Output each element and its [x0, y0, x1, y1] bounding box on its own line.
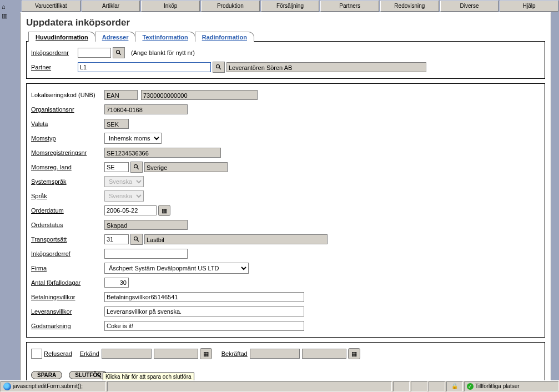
erkand-calendar-icon[interactable]: ▦ [200, 348, 212, 359]
valuta-value: SEK [104, 119, 129, 129]
menu-item[interactable]: Hjälp [500, 1, 558, 12]
check-icon: ✓ [467, 383, 474, 390]
menu-item[interactable]: Försäljning [261, 1, 320, 12]
partner-code-input[interactable] [78, 62, 211, 72]
momsland-code-input[interactable] [104, 162, 129, 172]
ordernr-label: Inköpsordernr [31, 49, 78, 56]
ordernr-lookup[interactable] [113, 47, 125, 58]
godsmark-input[interactable] [104, 321, 304, 331]
ordernr-hint: (Ange blankt för nytt nr) [131, 49, 195, 56]
detail-panel: Lokaliseringskod (UNB) EAN 7300000000000… [26, 83, 545, 338]
levvillkor-label: Leveransvillkor [31, 308, 104, 315]
ordernr-input[interactable] [78, 48, 111, 58]
svg-point-4 [134, 165, 138, 168]
levvillkor-input[interactable] [104, 306, 304, 316]
loc-label: Lokaliseringskod (UNB) [31, 92, 104, 98]
momsreg-label: Momsregistreringsnr [31, 149, 104, 156]
svg-line-5 [137, 168, 139, 169]
header-panel: Inköpsordernr (Ange blankt för nytt nr) … [26, 41, 545, 79]
lock-icon: 🔒 [451, 383, 458, 389]
tab-huvudinformation[interactable]: Huvudinformation [28, 32, 95, 42]
svg-line-1 [119, 53, 121, 55]
menu-item[interactable]: Diverse [440, 1, 499, 12]
transport-name: Lastbil [144, 234, 328, 244]
bekraftad-calendar-icon[interactable]: ▦ [348, 348, 360, 359]
org-value: 710604-0168 [104, 104, 188, 114]
calendar-icon[interactable]: ▦ [158, 205, 170, 216]
orderref-input[interactable] [104, 249, 188, 259]
momsland-name: Sverige [144, 162, 228, 172]
bekraftad-time [302, 349, 346, 359]
menu-item[interactable]: Redovisning [380, 1, 439, 12]
status-bar: javascript:editForm.submit(); 🔒 ✓Tillför… [0, 380, 559, 392]
svg-point-6 [134, 237, 138, 240]
menu-item[interactable]: Varucertifikat [22, 1, 80, 12]
loc-code: 7300000000000 [141, 90, 258, 100]
partner-label: Partner [31, 64, 78, 71]
bekraftad-label: Bekräftad [221, 350, 248, 357]
betvillkor-input[interactable] [104, 292, 304, 302]
erkand-label: Erkänd [80, 350, 99, 357]
orderdatum-label: Orderdatum [31, 207, 104, 214]
sprak-label: Språk [31, 193, 104, 199]
transport-code-input[interactable] [104, 234, 129, 244]
home-icon[interactable]: ⌂ [2, 3, 6, 10]
svg-line-3 [219, 68, 221, 69]
menu-item[interactable]: Artiklar [82, 1, 140, 12]
momsland-label: Momsreg. land [31, 164, 104, 170]
transport-label: Transportsätt [31, 236, 104, 243]
tab-adresser[interactable]: Adresser [95, 32, 136, 42]
betvillkor-label: Betalningsvillkor [31, 294, 104, 300]
momstyp-select[interactable]: Inhemsk moms [104, 133, 162, 144]
transport-lookup[interactable] [130, 234, 143, 245]
forfall-label: Antal förfallodagar [31, 279, 104, 286]
valuta-label: Valuta [31, 120, 104, 127]
svg-point-0 [117, 51, 120, 54]
erkand-time [154, 349, 198, 359]
tooltip: Klicka här för att spara och slutföra [103, 373, 194, 381]
content-frame: Uppdatera inköpsorder Huvudinformation A… [20, 12, 551, 391]
momsreg-value: SE1234536366 [104, 148, 221, 158]
firma-label: Firma [31, 265, 104, 272]
erkand-date [102, 349, 152, 359]
sub-tabs: Huvudinformation Adresser Textinformatio… [21, 32, 551, 42]
refuserad-checkbox[interactable] [31, 349, 42, 359]
org-label: Organisationsnr [31, 106, 104, 113]
main-menu: Varucertifikat Artiklar Inköp Produktion… [0, 0, 559, 12]
spara-button[interactable]: SPARA [31, 371, 62, 379]
refuserad-label: Refuserad [44, 350, 72, 357]
menu-icon[interactable]: ▥ [2, 12, 6, 19]
momstyp-label: Momstyp [31, 135, 104, 142]
sysspr-select: Svenska [104, 176, 144, 187]
godsmark-label: Godsmärkning [31, 323, 104, 329]
sprak-select: Svenska [104, 190, 144, 202]
tab-radinformation[interactable]: Radinformation [195, 32, 254, 42]
page-title: Uppdatera inköpsorder [21, 13, 551, 32]
loc-type: EAN [104, 90, 138, 100]
orderref-label: Inköpsorderref [31, 250, 104, 257]
svg-line-7 [137, 240, 139, 242]
bekraftad-date [250, 349, 300, 359]
momsland-lookup[interactable] [130, 162, 143, 173]
partner-name: Leverantören Sören AB [226, 62, 426, 72]
firma-select[interactable]: Äschpert Systäm Devälpopmänt US LTD [104, 263, 249, 274]
forfall-input[interactable] [104, 278, 129, 288]
orderdatum-input[interactable] [104, 205, 157, 215]
svg-point-2 [216, 65, 220, 68]
status-right: Tillförlitliga platser [475, 383, 520, 389]
orderstatus-value: Skapad [104, 220, 188, 230]
sysspr-label: Systemspråk [31, 178, 104, 185]
menu-item[interactable]: Produktion [201, 1, 260, 12]
slutfor-button[interactable]: SLUTFÖR [69, 371, 107, 379]
menu-item[interactable]: Partners [320, 1, 379, 12]
status-left: javascript:editForm.submit(); [13, 383, 83, 389]
ie-icon [3, 383, 11, 390]
side-icons: ⌂ ▥ [2, 3, 6, 19]
orderstatus-label: Orderstatus [31, 222, 104, 228]
menu-item[interactable]: Inköp [141, 1, 200, 12]
tab-textinformation[interactable]: Textinformation [135, 32, 195, 42]
partner-lookup[interactable] [213, 62, 225, 73]
